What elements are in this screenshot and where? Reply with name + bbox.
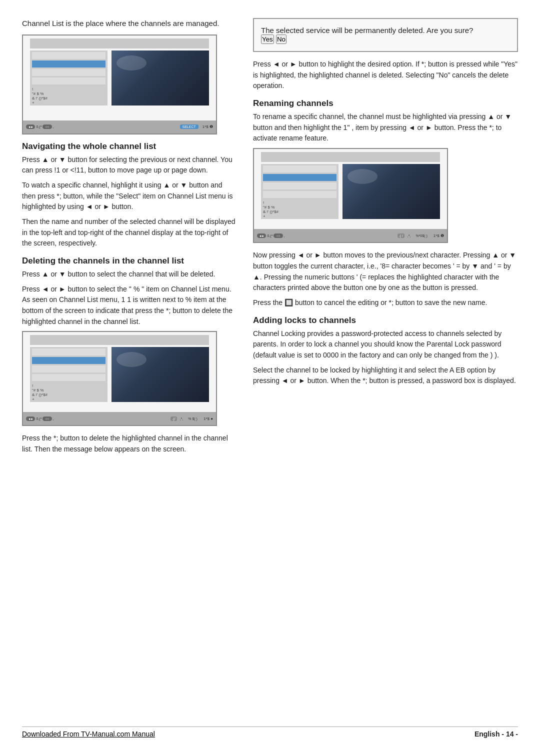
list-item-selected xyxy=(32,357,106,364)
footer-link[interactable]: Downloaded From TV-Manual.com Manual xyxy=(22,730,155,738)
btn-group-left: ●● 0,(* ○○ , xyxy=(26,124,54,129)
list-item xyxy=(32,374,106,381)
bottom-right-label: 1*$ ❶ xyxy=(202,124,213,129)
tv2-channel-info: ! "# $ % & !' ()*$# + xyxy=(30,382,108,402)
tv3-swimmer xyxy=(348,169,378,184)
tv2-top-bar xyxy=(30,335,209,345)
list-item xyxy=(263,166,336,172)
tv2-image-area xyxy=(112,347,209,402)
tv2-btn-oval: ●● xyxy=(26,416,35,421)
tv2-highlight-btn: .(/ xyxy=(170,416,176,421)
rename-p3: Press the 🔲 button to cancel the editing… xyxy=(253,298,518,308)
right-column: The selected service will be permanently… xyxy=(253,18,518,714)
tv3-char-btn: .( / xyxy=(398,234,404,238)
tv3-inner-row: ! "# $ % & !' ()*$# + xyxy=(254,164,447,219)
list-item xyxy=(263,182,336,190)
tv2-inner-row: ! "# $ % & !' ()*$# + xyxy=(23,347,216,402)
tv2-btn-oval-2: ○○ xyxy=(42,416,52,421)
list-item xyxy=(32,366,106,372)
channel-info-text: ! "# $ % & !' ()*$# + xyxy=(30,86,108,106)
tv-screen-3: ! "# $ % & !' ()*$# + ●● 0,(* ○○ , .( / xyxy=(253,148,448,243)
tv3-channel-info: ! "# $ % & !' ()*$# + xyxy=(261,200,338,220)
list-item xyxy=(32,348,106,356)
tv-bottom-bar: ●● 0,(* ○○ , SELECT 1*$ ❶ xyxy=(23,120,216,134)
dialog-text: The selected service will be permanently… xyxy=(261,26,510,34)
nav-p1: Press ▲ or ▼ button for selecting the pr… xyxy=(22,154,237,176)
tv2-right-label: 1*$ ● xyxy=(204,416,213,421)
tv3-btn-label: 0,(* xyxy=(267,234,272,238)
tv2-bottom-bar: ●● 0,(* ○○ , .(/ ,*, % $( ) 1*$ ● xyxy=(23,412,216,425)
tv3-btn-oval-2: ○○ xyxy=(274,234,282,238)
dialog-box: The selected service will be permanently… xyxy=(253,18,518,52)
tv3-btn-oval: ●● xyxy=(257,234,266,238)
list-item xyxy=(32,52,106,59)
tv-screen-1: ! "# $ % & !' ()*$# + ●● 0,(* ○○ , SELEC… xyxy=(22,34,217,134)
rename-p1: To rename a specific channel, the channe… xyxy=(253,112,518,144)
tv2-btn-label: 0,(* xyxy=(36,417,42,420)
left-column: Channel List is the place where the chan… xyxy=(22,18,237,714)
btn-label-2: , xyxy=(53,125,54,128)
del-p2: Press ◄ or ► button to select the '' % "… xyxy=(22,284,237,328)
tv2-btn-label-2: , xyxy=(53,417,54,420)
tv3-image-area xyxy=(342,164,440,219)
tv-channel-list: ! "# $ % & !' ()*$# + xyxy=(30,50,108,106)
tv3-top-bar xyxy=(261,152,440,162)
tv2-pct-label: % $( ) xyxy=(186,416,200,421)
nav-p3: Then the name and number of the selected… xyxy=(22,216,237,249)
btn-oval-2: ○○ xyxy=(42,124,52,129)
footer: Downloaded From TV-Manual.com Manual Eng… xyxy=(22,726,518,738)
tv3-right-label: 1*$ ❶ xyxy=(434,234,444,238)
tv-screen-2: ! "# $ % & !' ()*$# + ●● 0,(* ○○ , .(/ xyxy=(22,331,217,426)
locks-p1: Channel Locking provides a password-prot… xyxy=(253,328,518,361)
page: Channel List is the place where the chan… xyxy=(0,0,540,756)
rename-heading: Renaming channels xyxy=(253,98,518,108)
rename-p2: Now pressing ◄ or ► button moves to the … xyxy=(253,250,518,294)
tv3-btn-label-2: , xyxy=(284,234,285,238)
list-item xyxy=(32,78,106,84)
tv3-pct-label: %*0$( ) xyxy=(414,234,429,238)
tv3-btn-group: ●● 0,(* ○○ , xyxy=(257,234,285,238)
tv3-channel-list: ! "# $ % & !' ()*$# + xyxy=(261,164,338,219)
btn-label-1: 0,(* xyxy=(36,125,42,128)
nav-heading: Navigating the whole channel list xyxy=(22,142,237,152)
nav-p2: To watch a specific channel, highlight i… xyxy=(22,180,237,212)
tv2-comma: ,*, xyxy=(180,417,184,420)
tv3-bottom-bar: ●● 0,(* ○○ , .( / ,*, %*0$( ) 1*$ ❶ xyxy=(254,229,447,242)
locks-heading: Adding locks to channels xyxy=(253,316,518,326)
list-item-selected xyxy=(32,60,106,68)
del-p3: Press the *; button to delete the highli… xyxy=(22,433,237,454)
list-item xyxy=(32,69,106,76)
after-dialog-text: Press ◄ or ► button to highlight the des… xyxy=(253,59,518,92)
del-p1: Press ▲ or ▼ button to select the channe… xyxy=(22,269,237,280)
del-heading: Deleting the channels in the channel lis… xyxy=(22,256,237,266)
tv2-channel-list: ! "# $ % & !' ()*$# + xyxy=(30,347,108,402)
btn-select: SELECT xyxy=(180,124,198,129)
footer-page: English - 14 - xyxy=(474,730,518,738)
tv-top-bar xyxy=(30,38,209,48)
tv-inner-row: ! "# $ % & !' ()*$# + xyxy=(23,50,216,106)
swimmer-graphic xyxy=(116,56,146,70)
dialog-buttons: Yes No xyxy=(261,34,510,44)
intro-text: Channel List is the place where the chan… xyxy=(22,18,237,30)
tv-image-area xyxy=(112,50,209,106)
dialog-no-button[interactable]: No xyxy=(276,34,286,44)
list-item-selected xyxy=(263,174,336,181)
locks-p2: Select the channel to be locked by highl… xyxy=(253,365,518,386)
tv2-btn-group: ●● 0,(* ○○ , xyxy=(26,416,54,421)
btn-oval-1: ●● xyxy=(26,124,35,129)
list-item xyxy=(263,191,336,198)
dialog-yes-button[interactable]: Yes xyxy=(261,34,274,44)
tv2-swimmer xyxy=(116,352,146,367)
tv3-quote: ,*, xyxy=(408,234,411,238)
